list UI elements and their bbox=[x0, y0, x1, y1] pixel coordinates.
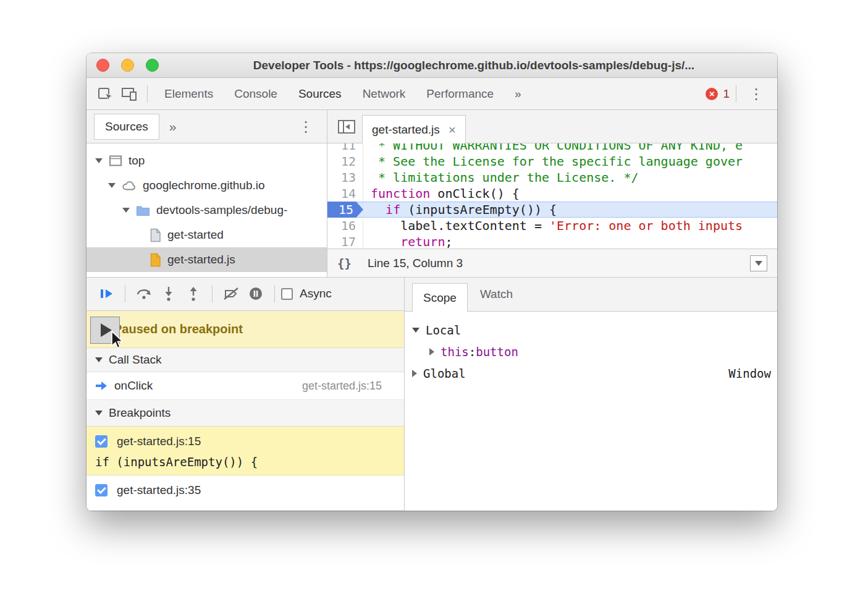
tree-item-domain[interactable]: googlechrome.github.io bbox=[86, 173, 327, 198]
error-count[interactable]: 1 bbox=[723, 87, 730, 101]
editor-tab-get-started-js[interactable]: get-started.js × bbox=[362, 115, 466, 143]
call-stack-header[interactable]: Call Stack bbox=[86, 348, 404, 372]
toolbar-separator bbox=[274, 285, 275, 302]
navigator-tab-sources[interactable]: Sources bbox=[94, 114, 159, 140]
async-checkbox[interactable] bbox=[281, 288, 293, 300]
step-into-button[interactable] bbox=[156, 283, 181, 305]
pause-on-exceptions-button[interactable] bbox=[243, 283, 268, 305]
tree-item-folder[interactable]: devtools-samples/debug- bbox=[86, 198, 327, 223]
hide-navigator-button[interactable] bbox=[337, 119, 356, 134]
tree-item-top[interactable]: top bbox=[86, 148, 327, 173]
devtools-menu-button[interactable]: ⋮ bbox=[743, 85, 770, 103]
tree-item-file-selected[interactable]: get-started.js bbox=[86, 247, 327, 272]
editor-tab-label: get-started.js bbox=[372, 123, 440, 137]
breakpoint-marker[interactable]: 15 bbox=[327, 202, 363, 218]
scope-section-global[interactable]: Global Window bbox=[405, 362, 777, 384]
tree-item-label: get-started bbox=[167, 228, 224, 242]
tree-item-label: top bbox=[129, 154, 145, 168]
tab-sources[interactable]: Sources bbox=[288, 78, 352, 109]
scope-pane: Scope Watch Local this : button Global bbox=[405, 278, 777, 511]
main-toolbar: Elements Console Sources Network Perform… bbox=[86, 78, 777, 110]
deactivate-breakpoints-button[interactable] bbox=[219, 283, 243, 305]
breakpoint-checkbox[interactable] bbox=[95, 435, 107, 448]
navigator-pane: Sources » ⋮ top googlechrome.gi bbox=[86, 110, 327, 277]
panel-expand-button[interactable] bbox=[750, 255, 767, 271]
variable-separator: : bbox=[469, 345, 476, 359]
inspect-element-button[interactable] bbox=[94, 83, 117, 105]
close-button[interactable] bbox=[96, 59, 109, 72]
more-tabs-button[interactable]: » bbox=[504, 78, 532, 109]
tab-network[interactable]: Network bbox=[352, 78, 416, 109]
step-over-button[interactable] bbox=[132, 283, 156, 305]
expand-arrow-icon[interactable] bbox=[108, 183, 116, 188]
device-toolbar-button[interactable] bbox=[117, 83, 141, 105]
line-number-gutter[interactable]: 14 bbox=[327, 185, 363, 202]
breakpoint-entry[interactable]: get-started.js:35 bbox=[86, 475, 404, 511]
expand-arrow-icon[interactable] bbox=[429, 348, 434, 356]
code-line-16[interactable]: 16 label.textContent = 'Error: one or bo… bbox=[327, 218, 777, 234]
editor-tab-bar: get-started.js × bbox=[327, 110, 777, 143]
expand-arrow-icon[interactable] bbox=[122, 208, 130, 213]
line-number-gutter[interactable]: 17 bbox=[327, 234, 363, 249]
variable-value: button bbox=[476, 345, 518, 359]
toolbar-separator bbox=[736, 85, 736, 103]
minimize-button[interactable] bbox=[121, 59, 134, 72]
navigator-menu-button[interactable]: ⋮ bbox=[292, 118, 319, 135]
frame-location: get-started.js:15 bbox=[302, 380, 382, 393]
code-line-14[interactable]: 14 function onClick() { bbox=[327, 185, 777, 202]
scope-section-local[interactable]: Local bbox=[405, 319, 777, 341]
breakpoint-checkbox[interactable] bbox=[95, 484, 107, 496]
collapse-arrow-icon[interactable] bbox=[412, 328, 419, 333]
tab-watch[interactable]: Watch bbox=[468, 278, 525, 311]
breakpoint-label: get-started.js:15 bbox=[117, 435, 201, 448]
tab-scope[interactable]: Scope bbox=[412, 283, 468, 312]
navigator-header: Sources » ⋮ bbox=[86, 110, 327, 143]
line-number-gutter[interactable]: 12 bbox=[327, 153, 363, 169]
tab-elements[interactable]: Elements bbox=[154, 78, 224, 109]
tree-item-file[interactable]: get-started bbox=[86, 223, 327, 247]
tree-item-label: get-started.js bbox=[167, 253, 235, 266]
tab-performance[interactable]: Performance bbox=[416, 78, 504, 109]
line-number-gutter[interactable]: 16 bbox=[327, 218, 363, 234]
zoom-button[interactable] bbox=[146, 59, 159, 72]
step-out-button[interactable] bbox=[181, 283, 206, 305]
code-line-11[interactable]: 11 * WITHOUT WARRANTIES OR CONDITIONS OF… bbox=[327, 143, 777, 153]
close-tab-icon[interactable]: × bbox=[449, 122, 456, 137]
line-number-gutter[interactable]: 11 bbox=[327, 143, 363, 153]
code-line-12[interactable]: 12 * See the License for the specific la… bbox=[327, 153, 777, 169]
frame-function-name: onClick bbox=[114, 379, 153, 393]
breakpoint-entry-active[interactable]: get-started.js:15 if (inputsAreEmpty()) … bbox=[86, 427, 404, 475]
breakpoints-header[interactable]: Breakpoints bbox=[86, 400, 404, 427]
code-line-15-paused[interactable]: 15 if (inputsAreEmpty()) { bbox=[327, 202, 777, 218]
step-out-icon bbox=[186, 286, 201, 301]
deactivate-breakpoints-icon bbox=[223, 287, 239, 300]
inspect-icon bbox=[98, 86, 114, 102]
pretty-print-button[interactable]: {} bbox=[337, 257, 352, 270]
collapse-arrow-icon[interactable] bbox=[95, 411, 103, 415]
toolbar-separator bbox=[212, 285, 213, 302]
resume-button[interactable] bbox=[94, 283, 119, 305]
window-title: Developer Tools - https://googlechrome.g… bbox=[171, 59, 777, 72]
title-bar: Developer Tools - https://googlechrome.g… bbox=[86, 53, 777, 78]
resume-icon bbox=[99, 287, 114, 300]
paused-banner: Paused on breakpoint bbox=[86, 311, 404, 348]
expand-arrow-icon[interactable] bbox=[412, 370, 417, 377]
scope-tree: Local this : button Global Window bbox=[405, 312, 777, 511]
expand-arrow-icon[interactable] bbox=[95, 158, 103, 163]
code-line-17[interactable]: 17 return; bbox=[327, 234, 777, 249]
scope-var-this[interactable]: this : button bbox=[405, 341, 777, 362]
call-stack-frame[interactable]: onClick get-started.js:15 bbox=[86, 372, 404, 400]
debugger-toolbar: Async bbox=[86, 278, 404, 311]
error-badge-icon[interactable]: × bbox=[706, 88, 718, 100]
async-label: Async bbox=[300, 287, 332, 300]
navigator-more-tabs-button[interactable]: » bbox=[169, 119, 177, 134]
scope-tab-bar: Scope Watch bbox=[405, 278, 777, 312]
line-number-gutter[interactable]: 13 bbox=[327, 169, 363, 185]
code-line-13[interactable]: 13 * limitations under the License. */ bbox=[327, 169, 777, 185]
code-editor[interactable]: 11 * WITHOUT WARRANTIES OR CONDITIONS OF… bbox=[327, 143, 777, 249]
collapse-arrow-icon[interactable] bbox=[95, 357, 103, 362]
editor-pane: get-started.js × 11 * WITHOUT WARRANTIES… bbox=[327, 110, 777, 277]
step-over-icon bbox=[136, 287, 152, 300]
debugger-pane: Async Paused on breakpoint Call Stack on… bbox=[86, 278, 405, 511]
tab-console[interactable]: Console bbox=[224, 78, 288, 109]
